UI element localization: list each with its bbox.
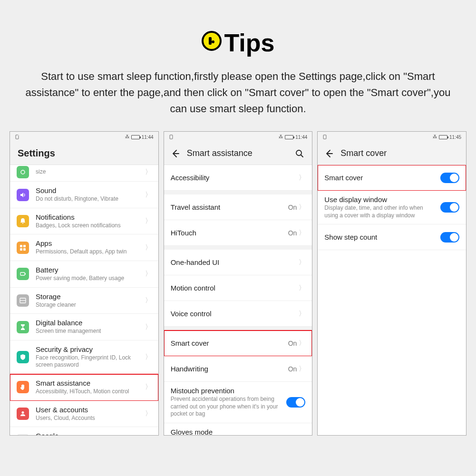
item-label: User & accounts xyxy=(36,406,145,414)
svg-rect-6 xyxy=(20,272,25,275)
item-handwriting[interactable]: HandwritingOn〉 xyxy=(164,356,312,382)
search-button[interactable] xyxy=(295,149,305,158)
item-use-display-window[interactable]: Use display windowDisplay date, time, an… xyxy=(318,191,466,224)
item-label: Gloves mode xyxy=(171,428,283,435)
screen-settings: ⁂ 11:44 Settings size 〉 SoundDo not dist… xyxy=(10,131,159,436)
settings-item-sound[interactable]: SoundDo not disturb, Ringtone, Vibrate 〉 xyxy=(10,182,158,208)
sound-icon xyxy=(17,189,29,201)
toggle-switch[interactable] xyxy=(440,173,459,183)
item-subtitle: Do not disturb, Ringtone, Vibrate xyxy=(36,195,145,203)
item-subtitle: Users, Cloud, Accounts xyxy=(36,415,145,422)
toggle-switch[interactable] xyxy=(440,232,459,243)
settings-item-apps[interactable]: AppsPermissions, Default apps, App twin … xyxy=(10,234,158,261)
item-label: Voice control xyxy=(171,310,299,318)
sim-icon xyxy=(169,135,174,139)
status-bar: ⁂ 11:44 xyxy=(10,132,158,142)
item-label: Show step count xyxy=(324,233,437,241)
screen-smart-cover: ⁂11:45 Smart cover Smart cover Use displ… xyxy=(317,131,466,436)
chevron-right-icon: 〉 xyxy=(145,409,152,418)
item-label: Mistouch prevention xyxy=(171,387,283,395)
svg-rect-0 xyxy=(16,135,19,139)
chevron-right-icon: 〉 xyxy=(145,296,152,305)
page-title: Settings xyxy=(18,148,152,159)
apps-icon xyxy=(17,242,29,254)
item-subtitle: Storage cleaner xyxy=(36,301,145,309)
user-icon xyxy=(17,408,29,420)
status-time: 11:44 xyxy=(295,135,307,140)
settings-item-security[interactable]: Security & privacyFace recognition, Fing… xyxy=(10,340,158,374)
status-time: 11:44 xyxy=(142,135,154,140)
bluetooth-icon: ⁂ xyxy=(279,135,283,139)
battery-icon xyxy=(285,135,293,139)
item-label: Battery xyxy=(36,266,145,274)
svg-point-14 xyxy=(296,150,301,155)
bell-icon xyxy=(17,215,29,227)
item-subtitle: Power saving mode, Battery usage xyxy=(36,275,145,282)
item-subtitle: Badges, Lock screen notifications xyxy=(36,222,145,230)
bluetooth-icon: ⁂ xyxy=(433,135,437,139)
svg-line-15 xyxy=(301,155,303,157)
chevron-right-icon: 〉 xyxy=(145,323,152,331)
settings-item-battery[interactable]: BatteryPower saving mode, Battery usage … xyxy=(10,261,158,288)
chevron-right-icon: 〉 xyxy=(299,174,305,182)
item-subtitle: Accessibility, HiTouch, Motion control xyxy=(36,388,145,396)
item-smart-cover-toggle[interactable]: Smart cover xyxy=(318,165,466,191)
page-title: Smart cover xyxy=(340,148,459,158)
item-gloves-mode[interactable]: Gloves modeAfter enabling this mode, swi… xyxy=(164,423,312,435)
item-label: Apps xyxy=(36,239,145,247)
item-motion-control[interactable]: Motion control〉 xyxy=(164,275,312,301)
svg-rect-5 xyxy=(23,248,26,251)
item-label: Handwriting xyxy=(171,365,288,373)
chevron-right-icon: 〉 xyxy=(299,339,305,348)
settings-item-partial[interactable]: size 〉 xyxy=(10,165,158,182)
status-bar: ⁂11:44 xyxy=(164,132,312,142)
item-label: One-handed UI xyxy=(171,258,299,266)
item-voice-control[interactable]: Voice control〉 xyxy=(164,301,312,327)
chevron-right-icon: 〉 xyxy=(299,310,305,318)
tips-header: Tips xyxy=(10,29,466,57)
screen-smart-assistance: ⁂11:44 Smart assistance Accessibility〉 T… xyxy=(164,131,313,436)
chevron-right-icon: 〉 xyxy=(299,365,305,373)
back-button[interactable] xyxy=(171,149,181,158)
chevron-right-icon: 〉 xyxy=(145,191,152,199)
item-value: On xyxy=(288,365,297,373)
chevron-right-icon: 〉 xyxy=(299,203,305,212)
svg-point-10 xyxy=(22,411,24,414)
settings-item-user-accounts[interactable]: User & accountsUsers, Cloud, Accounts 〉 xyxy=(10,401,158,427)
item-value: On xyxy=(288,340,297,347)
settings-item-digital-balance[interactable]: Digital balanceScreen time management 〉 xyxy=(10,314,158,340)
settings-item-google[interactable]: G GoogleGoogle services 〉 xyxy=(10,427,158,435)
item-subtitle: size xyxy=(36,168,145,176)
settings-item-storage[interactable]: StorageStorage cleaner 〉 xyxy=(10,288,158,314)
display-icon xyxy=(17,166,29,178)
chevron-right-icon: 〉 xyxy=(145,383,152,391)
chevron-right-icon: 〉 xyxy=(145,270,152,278)
toggle-switch[interactable] xyxy=(440,202,459,213)
battery-icon xyxy=(131,135,140,139)
svg-rect-7 xyxy=(25,273,26,275)
item-one-handed-ui[interactable]: One-handed UI〉 xyxy=(164,250,312,275)
item-show-step-count[interactable]: Show step count xyxy=(318,224,466,250)
item-label: Travel assistant xyxy=(171,203,288,211)
item-hitouch[interactable]: HiTouchOn〉 xyxy=(164,220,312,246)
chevron-right-icon: 〉 xyxy=(145,217,152,225)
item-accessibility[interactable]: Accessibility〉 xyxy=(164,165,312,191)
sim-icon xyxy=(322,135,327,139)
settings-item-smart-assistance[interactable]: Smart assistanceAccessibility, HiTouch, … xyxy=(10,374,158,401)
settings-item-notifications[interactable]: NotificationsBadges, Lock screen notific… xyxy=(10,208,158,235)
item-label: HiTouch xyxy=(171,229,288,237)
item-travel-assistant[interactable]: Travel assistantOn〉 xyxy=(164,194,312,220)
svg-rect-4 xyxy=(20,248,22,251)
toggle-switch[interactable] xyxy=(286,397,305,408)
item-subtitle: Display date, time, and other info when … xyxy=(324,204,437,219)
chevron-right-icon: 〉 xyxy=(145,243,152,252)
shield-icon xyxy=(17,351,29,363)
header: Smart cover xyxy=(318,142,466,165)
item-mistouch-prevention[interactable]: Mistouch preventionPrevent accidental op… xyxy=(164,382,312,423)
item-label: Accessibility xyxy=(171,174,299,182)
back-button[interactable] xyxy=(324,149,335,158)
item-smart-cover[interactable]: Smart coverOn〉 xyxy=(164,330,312,356)
item-subtitle: Face recognition, Fingerprint ID, Lock s… xyxy=(36,354,145,369)
page-title: Smart assistance xyxy=(187,148,290,158)
chevron-right-icon: 〉 xyxy=(299,258,305,267)
